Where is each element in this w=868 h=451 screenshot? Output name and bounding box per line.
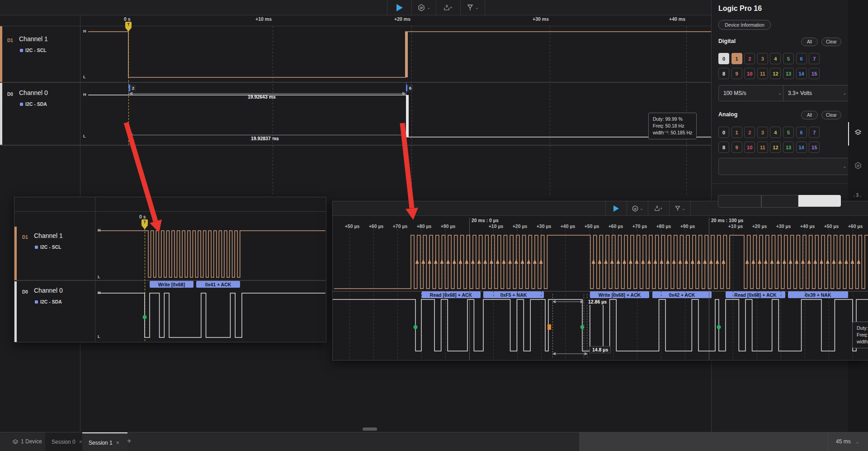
rising-edge-arrow: [434, 259, 438, 264]
channel-button-2[interactable]: 2: [744, 127, 755, 138]
digital-all-button[interactable]: All: [801, 38, 818, 46]
rising-edge-arrow: [697, 259, 701, 264]
i2c-decode-label[interactable]: 0xF5 + NAK: [483, 291, 544, 298]
measure-arrow: [552, 352, 556, 356]
trigger-marker[interactable]: T: [125, 22, 132, 27]
analyzer-dropdown[interactable]: ⌄: [718, 158, 851, 175]
capture-mode-segment-active[interactable]: [798, 195, 841, 207]
analyzer-color-swatch: [20, 103, 23, 106]
timing-marker-6[interactable]: 6: [406, 85, 413, 91]
rising-edge-arrow: [453, 259, 456, 264]
channel-button-9[interactable]: 9: [731, 68, 742, 79]
channel-button-12[interactable]: 12: [770, 68, 781, 79]
analog-clear-button[interactable]: Clear: [821, 111, 841, 119]
measurement-bottom[interactable]: 19.92837 ms: [249, 135, 281, 142]
svg-text:+: +: [660, 206, 662, 211]
channel-button-6[interactable]: 6: [796, 53, 807, 64]
close-icon[interactable]: ×: [79, 439, 82, 445]
channel-button-11[interactable]: 11: [757, 142, 768, 153]
time-range-selector[interactable]: 45 ms ⌄: [836, 438, 859, 445]
trigger-button[interactable]: ⌄: [669, 201, 691, 215]
channel-button-10[interactable]: 10: [744, 142, 755, 153]
channel-button-2[interactable]: 2: [744, 53, 755, 64]
capture-settings-button[interactable]: 1F ⌄: [627, 201, 648, 215]
channel-button-13[interactable]: 13: [783, 142, 794, 153]
i2c-decode-label[interactable]: Write [0x68]: [150, 281, 193, 288]
i2c-decode-label[interactable]: Read [0x68] + ACK: [421, 291, 481, 298]
trigger-marker[interactable]: T: [142, 219, 148, 225]
i2c-decode-label[interactable]: 0x39 + NAK: [788, 291, 848, 298]
channel-0-analyzer[interactable]: I2C - SDA: [40, 299, 62, 304]
i2c-decode-label[interactable]: 0x42 + ACK: [652, 291, 712, 298]
channel-button-15[interactable]: 15: [809, 68, 820, 79]
channel-button-5[interactable]: 5: [783, 53, 794, 64]
channel-0-name[interactable]: Channel 0: [19, 89, 48, 96]
channel-button-4[interactable]: 4: [770, 53, 781, 64]
channel-button-8[interactable]: 8: [718, 142, 729, 153]
channel-button-6[interactable]: 6: [796, 127, 807, 138]
channel-button-10[interactable]: 10: [744, 68, 755, 79]
chevron-down-icon: ⌄: [427, 5, 430, 10]
capture-settings-button[interactable]: 1F ⌄: [411, 0, 436, 15]
channel-button-14[interactable]: 14: [796, 142, 807, 153]
rising-edge-arrow: [807, 259, 811, 264]
channel-button-8[interactable]: 8: [718, 68, 729, 79]
play-button[interactable]: [387, 0, 411, 15]
capture-mode-segment-1[interactable]: [718, 195, 761, 208]
channel-button-0[interactable]: 0: [718, 53, 729, 64]
channel-button-1[interactable]: 1: [731, 127, 742, 138]
capture-mode-segment-2[interactable]: [761, 195, 798, 208]
play-button[interactable]: [605, 201, 627, 215]
channel-0-id: D0: [22, 290, 28, 294]
channel-1-name[interactable]: Channel 1: [34, 232, 63, 239]
channel-button-1[interactable]: 1: [731, 53, 742, 64]
channel-button-5[interactable]: 5: [783, 127, 794, 138]
channel-button-14[interactable]: 14: [796, 68, 807, 79]
measure-arrow: [580, 300, 584, 304]
tab-session-1[interactable]: Session 1 ×: [82, 432, 127, 451]
voltage-dropdown[interactable]: 3.3+ Volts⌄: [783, 85, 851, 101]
analog-all-button[interactable]: All: [801, 111, 818, 119]
channel-1-name[interactable]: Channel 1: [19, 35, 48, 43]
channel-button-9[interactable]: 9: [731, 142, 742, 153]
channel-0-name[interactable]: Channel 0: [34, 287, 63, 294]
measurements-panel-icon[interactable]: . 3 .: [854, 193, 861, 198]
channel-button-12[interactable]: 12: [770, 142, 781, 153]
channel-button-3[interactable]: 3: [757, 53, 768, 64]
device-information-button[interactable]: Device Information: [718, 20, 771, 30]
channel-button-3[interactable]: 3: [757, 127, 768, 138]
trigger-button[interactable]: ⌄: [460, 0, 485, 15]
channel-button-15[interactable]: 15: [809, 142, 820, 153]
channel-1-analyzer[interactable]: I2C - SCL: [40, 244, 61, 250]
measurement-top[interactable]: 19.92643 ms: [245, 94, 278, 100]
rising-edge-arrow: [446, 259, 450, 264]
i2c-decode-label[interactable]: 0x41 + ACK: [196, 281, 240, 288]
sample-rate-dropdown[interactable]: 100 MS/s⌄: [718, 85, 787, 101]
rising-edge-arrow: [703, 259, 707, 264]
rising-edge-arrow: [421, 259, 425, 264]
channel-0-analyzer[interactable]: I2C - SDA: [25, 101, 47, 107]
horizontal-scrollbar-thumb[interactable]: [363, 427, 377, 431]
digital-clear-button[interactable]: Clear: [821, 38, 841, 46]
new-session-button[interactable]: +: [127, 437, 131, 445]
analyzers-panel-icon[interactable]: 1F: [854, 161, 862, 170]
channel-1-id: D1: [7, 38, 13, 43]
measurements-button[interactable]: 3 +: [648, 201, 669, 215]
channel-button-4[interactable]: 4: [770, 127, 781, 138]
channel-button-11[interactable]: 11: [757, 68, 768, 79]
channel-button-13[interactable]: 13: [783, 68, 794, 79]
measurements-button[interactable]: 3 +: [436, 0, 460, 15]
timing-marker-2[interactable]: 2: [129, 85, 136, 91]
devices-panel-icon[interactable]: [854, 128, 862, 137]
channel-button-0[interactable]: 0: [718, 127, 729, 138]
chevron-down-icon: ⌄: [778, 91, 782, 95]
channel-button-7[interactable]: 7: [809, 53, 820, 64]
channel-1-analyzer[interactable]: I2C - SCL: [25, 47, 47, 53]
i2c-decode-label[interactable]: Write [0x68] + ACK: [590, 291, 649, 298]
i2c-decode-label[interactable]: Read [0x68] + ACK: [726, 291, 785, 298]
rising-edge-arrow: [770, 259, 774, 264]
device-count[interactable]: 1 Device: [21, 438, 42, 445]
ruler-major-label: 20 ms : 100 µs: [711, 218, 743, 223]
channel-button-7[interactable]: 7: [809, 127, 820, 138]
close-icon[interactable]: ×: [116, 440, 119, 446]
